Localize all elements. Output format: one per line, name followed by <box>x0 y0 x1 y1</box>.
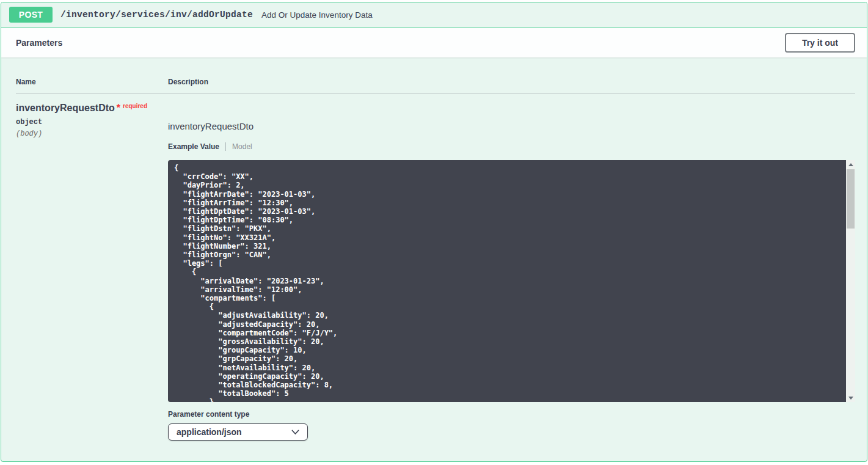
example-model-tabs: Example Value Model <box>168 142 855 151</box>
parameters-title: Parameters <box>16 38 62 48</box>
method-badge: POST <box>9 7 53 23</box>
parameter-name: inventoryRequestDto*required <box>16 103 168 114</box>
example-code-container: { "crrCode": "XX", "dayPrior": 2, "fligh… <box>168 160 855 402</box>
scrollbar-down-arrow-icon[interactable] <box>846 394 855 402</box>
content-type-selected-value: application/json <box>177 427 242 437</box>
required-label: required <box>123 103 147 109</box>
parameter-type: object <box>16 118 168 126</box>
content-type-label: Parameter content type <box>168 410 855 419</box>
content-type-select[interactable]: application/json <box>168 423 308 441</box>
parameter-location: (body) <box>16 130 168 138</box>
endpoint-path: /inventory/services/inv/addOrUpdate <box>60 10 253 20</box>
parameter-description: inventoryRequestDto <box>168 121 855 131</box>
example-json-code[interactable]: { "crrCode": "XX", "dayPrior": 2, "fligh… <box>168 160 846 402</box>
scrollbar-thumb[interactable] <box>847 169 855 229</box>
try-it-out-button[interactable]: Try it out <box>785 33 855 53</box>
parameter-description-cell: inventoryRequestDto Example Value Model … <box>168 103 855 441</box>
operation-block-post: POST /inventory/services/inv/addOrUpdate… <box>1 2 867 462</box>
parameters-section-header: Parameters Try it out <box>1 27 867 57</box>
code-scrollbar[interactable] <box>846 160 855 402</box>
parameter-row: inventoryRequestDto*required object (bod… <box>16 94 855 441</box>
endpoint-description: Add Or Update Inventory Data <box>261 10 373 20</box>
parameter-name-cell: inventoryRequestDto*required object (bod… <box>16 103 168 441</box>
required-asterisk: * <box>117 103 120 113</box>
table-header-row: Name Description <box>16 78 855 94</box>
tab-model[interactable]: Model <box>226 142 252 151</box>
endpoint-summary[interactable]: POST /inventory/services/inv/addOrUpdate… <box>1 2 867 27</box>
chevron-down-icon <box>291 430 299 435</box>
scrollbar-up-arrow-icon[interactable] <box>846 160 855 169</box>
column-header-name: Name <box>16 78 168 86</box>
column-header-description: Description <box>168 78 855 86</box>
tab-example-value[interactable]: Example Value <box>168 142 226 151</box>
parameters-table: Name Description inventoryRequestDto*req… <box>1 57 867 441</box>
parameter-content-type: Parameter content type application/json <box>168 410 855 441</box>
